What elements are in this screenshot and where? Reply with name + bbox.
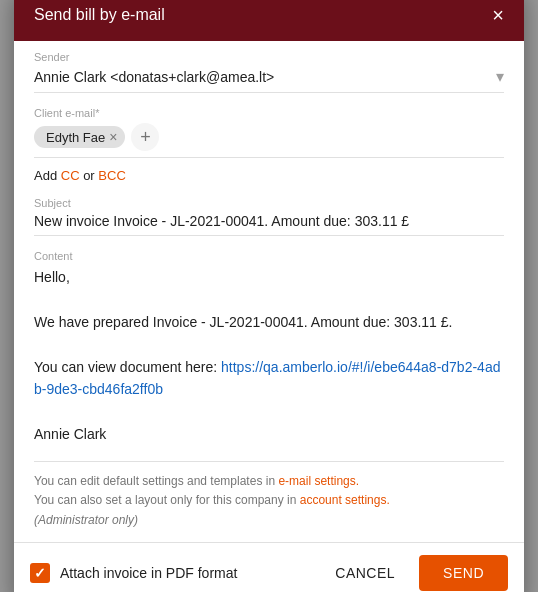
subject-field: Subject New invoice Invoice - JL-2021-00…: [34, 187, 504, 236]
cc-bcc-prefix: Add: [34, 168, 61, 183]
sender-email: Annie Clark <donatas+clark@amea.lt>: [34, 69, 274, 85]
content-line1: Hello,: [34, 266, 504, 288]
attach-checkbox[interactable]: ✓: [30, 563, 50, 583]
add-email-button[interactable]: +: [131, 123, 159, 151]
cc-bcc-row: Add CC or BCC: [34, 162, 504, 187]
cancel-button[interactable]: CANCEL: [319, 557, 411, 589]
account-settings-link[interactable]: account settings.: [300, 493, 390, 507]
settings-line1: You can edit default settings and templa…: [34, 472, 504, 491]
modal-footer: ✓ Attach invoice in PDF format CANCEL SE…: [14, 542, 524, 592]
check-icon: ✓: [34, 565, 46, 581]
dropdown-arrow-icon: ▾: [496, 67, 504, 86]
modal-body: Sender Annie Clark <donatas+clark@amea.l…: [14, 41, 524, 542]
subject-value[interactable]: New invoice Invoice - JL-2021-00041. Amo…: [34, 213, 504, 229]
footer-actions: CANCEL SEND: [319, 555, 508, 591]
cc-bcc-separator: or: [80, 168, 99, 183]
email-settings-link[interactable]: e-mail settings.: [278, 474, 359, 488]
sender-label: Sender: [34, 51, 504, 63]
email-chips-container: Edyth Fae × +: [34, 123, 504, 151]
content-line3: You can view document here: https://qa.a…: [34, 356, 504, 401]
content-line2: We have prepared Invoice - JL-2021-00041…: [34, 311, 504, 333]
bcc-link[interactable]: BCC: [98, 168, 125, 183]
subject-label: Subject: [34, 197, 504, 209]
modal-title: Send bill by e-mail: [34, 6, 165, 24]
settings-line2: You can also set a layout only for this …: [34, 491, 504, 510]
attach-area: ✓ Attach invoice in PDF format: [30, 563, 319, 583]
client-email-label: Client e-mail*: [34, 107, 504, 119]
settings-line2-prefix: You can also set a layout only for this …: [34, 493, 300, 507]
send-button[interactable]: SEND: [419, 555, 508, 591]
send-bill-modal: Send bill by e-mail × Sender Annie Clark…: [14, 0, 524, 592]
modal-header: Send bill by e-mail ×: [14, 0, 524, 41]
content-text: Hello, We have prepared Invoice - JL-202…: [34, 266, 504, 445]
content-section: Content Hello, We have prepared Invoice …: [34, 240, 504, 449]
content-signature: Annie Clark: [34, 423, 504, 445]
content-line3-prefix: You can view document here:: [34, 359, 221, 375]
email-chip: Edyth Fae ×: [34, 126, 125, 148]
content-label: Content: [34, 250, 504, 262]
close-button[interactable]: ×: [492, 5, 504, 25]
settings-line1-prefix: You can edit default settings and templa…: [34, 474, 278, 488]
sender-value[interactable]: Annie Clark <donatas+clark@amea.lt> ▾: [34, 67, 504, 86]
settings-note: You can edit default settings and templa…: [34, 472, 504, 542]
content-divider: [34, 461, 504, 462]
chip-text: Edyth Fae: [46, 130, 105, 145]
chip-close-icon[interactable]: ×: [109, 129, 117, 145]
sender-field: Sender Annie Clark <donatas+clark@amea.l…: [34, 41, 504, 93]
attach-label: Attach invoice in PDF format: [60, 565, 237, 581]
settings-line3: (Administrator only): [34, 511, 504, 530]
cc-link[interactable]: CC: [61, 168, 80, 183]
client-email-field: Client e-mail* Edyth Fae × +: [34, 97, 504, 158]
